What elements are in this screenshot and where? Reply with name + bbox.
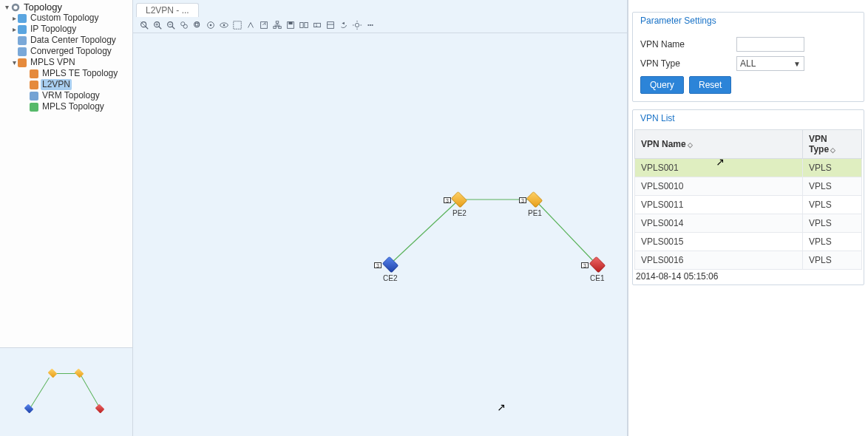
edge-pe1-ce1[interactable] [535,200,597,265]
vpn-list-panel: VPN List VPN Name◇ VPN Type◇ VPLS0 [632,109,864,285]
tree-item-label: L2VPN [41,79,72,90]
layout-icon[interactable] [244,18,257,32]
tab-l2vpn[interactable]: L2VPN - ... [136,3,199,17]
config-icon[interactable] [324,18,337,32]
svg-point-13 [183,24,187,28]
tree-item-label: IP Topology [29,24,78,35]
vpn-list-table[interactable]: VPN Name◇ VPN Type◇ VPLS001VPLSVPLS0010V… [634,129,862,270]
node-ce2[interactable]: 3CE2 [383,259,397,282]
tree-item-vrm-topology[interactable]: VRM Topology [3,90,132,101]
save-icon[interactable] [284,18,297,32]
hierarchy-icon[interactable] [271,18,284,32]
side-panel: Parameter Settings VPN Name VPN Type ALL… [628,0,868,436]
tree-node-icon [30,81,38,89]
select-all-icon[interactable] [231,18,244,32]
expand-toggle-icon[interactable]: ▾ [3,1,10,13]
vpn-type-label: VPN Type [640,58,736,69]
vpn-type-select[interactable]: ALL ▼ [736,56,804,71]
more-icon[interactable] [364,18,377,32]
topology-canvas[interactable]: 3PE23PE13CE23CE1↖ [133,33,627,436]
tree-item-converged-topology[interactable]: Converged Topology [3,46,132,57]
tree-item-label: Data Center Topology [29,35,118,46]
node-ce1[interactable]: 3CE1 [590,259,604,282]
tree-node-icon [18,14,27,23]
sort-icon: ◇ [688,141,693,149]
tree-item-custom-topology[interactable]: ▸Custom Topology [3,13,132,24]
tree-root-topology[interactable]: ▾Topology [3,1,132,13]
tree-node-icon [18,47,27,56]
zoom-fit-icon[interactable] [177,18,191,32]
navigation-sidebar: ▾Topology▸Custom Topology▸IP TopologyDat… [0,0,133,436]
minimap-node [95,404,105,414]
node-label: PE2 [452,209,467,217]
query-button[interactable]: Query [640,76,684,94]
table-row[interactable]: VPLS0016VPLS [635,251,862,270]
tree-item-label: MPLS TE Topology [41,68,119,79]
zoom-region-icon[interactable] [191,18,204,32]
cell-vpn-type: VPLS [803,251,862,270]
svg-rect-34 [328,21,334,28]
device-icon [451,191,468,208]
refresh-icon[interactable] [337,18,350,32]
group-icon[interactable] [297,18,311,32]
vpn-type-selected-value: ALL [740,58,756,69]
tree-item-mpls-te-topology[interactable]: MPLS TE Topology [3,68,132,79]
pan-icon[interactable] [204,18,217,32]
zoom-in-icon[interactable] [151,18,164,32]
col-vpn-name[interactable]: VPN Name◇ [635,130,803,159]
node-pe1[interactable]: 3PE1 [528,194,542,217]
tree-node-icon [18,25,27,34]
tree-node-icon [30,103,38,112]
table-row[interactable]: VPLS0011VPLS [635,196,862,214]
node-badge: 3 [581,262,589,268]
vpn-name-input[interactable] [736,37,804,52]
export-icon[interactable] [257,18,271,32]
tree-item-ip-topology[interactable]: ▸IP Topology [3,24,132,35]
tree-node-icon [30,69,38,78]
parameter-settings-header: Parameter Settings [633,13,864,32]
svg-rect-29 [288,21,292,24]
expand-toggle-icon[interactable]: ▾ [10,57,18,68]
svg-rect-15 [195,23,198,26]
node-badge: 3 [519,197,526,203]
eye-toggle-icon[interactable] [217,18,231,32]
table-row[interactable]: VPLS001VPLS [635,159,862,177]
vpn-name-label: VPN Name [640,39,736,50]
node-label: PE1 [528,209,542,217]
parameter-settings-panel: Parameter Settings VPN Name VPN Type ALL… [632,12,864,102]
svg-point-42 [370,24,371,25]
table-row[interactable]: VPLS0015VPLS [635,233,862,251]
reset-button[interactable]: Reset [689,76,731,94]
reset-view-icon[interactable] [138,18,151,32]
node-badge: 3 [444,197,451,203]
tree-item-mpls-vpn[interactable]: ▾MPLS VPN [3,57,132,68]
settings-icon[interactable] [350,18,364,32]
badge-icon[interactable]: 1 [311,18,324,32]
device-icon [526,191,543,208]
tree-item-mpls-topology[interactable]: MPLS Topology [3,101,132,112]
tree-item-label: Topology [22,1,64,13]
minimap-edge [80,373,100,407]
tree-item-label: Converged Topology [29,46,113,57]
svg-rect-22 [276,21,279,23]
minimap-panel[interactable] [0,347,132,436]
vpn-list-header: VPN List [633,110,864,129]
tree-item-label: VRM Topology [41,90,101,101]
node-pe2[interactable]: 3PE2 [452,194,467,217]
svg-point-17 [210,24,212,26]
tree-item-data-center-topology[interactable]: Data Center Topology [3,35,132,46]
table-row[interactable]: VPLS0010VPLS [635,177,862,196]
topology-root-icon [10,2,21,13]
expand-toggle-icon[interactable]: ▸ [10,24,18,35]
caret-down-icon: ▼ [793,60,801,68]
expand-toggle-icon[interactable]: ▸ [10,13,18,24]
svg-rect-21 [261,21,268,28]
tree-item-l2vpn[interactable]: L2VPN [3,79,132,90]
zoom-out-icon[interactable] [164,18,177,32]
vpn-list-timestamp: 2014-08-14 05:15:06 [634,270,862,282]
table-row[interactable]: VPLS0014VPLS [635,214,862,233]
tab-strip: L2VPN - ... [133,0,627,17]
col-vpn-type[interactable]: VPN Type◇ [803,130,862,159]
edge-ce2-pe2[interactable] [390,200,459,265]
svg-point-14 [194,21,200,27]
